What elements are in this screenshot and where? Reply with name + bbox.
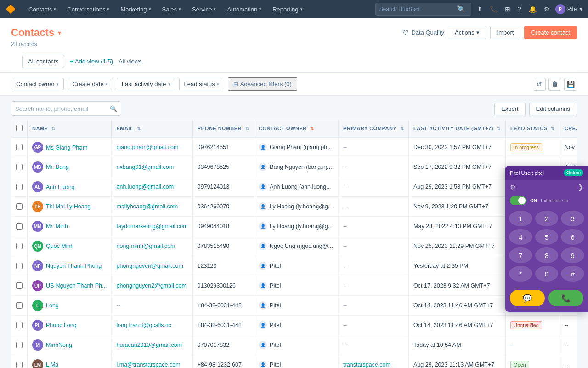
sms-button[interactable]: 💬 (510, 290, 545, 306)
nav-item-sales[interactable]: Sales ▾ (157, 0, 187, 18)
contact-name-link[interactable]: Phuoc Long (46, 322, 77, 328)
select-all-checkbox-header[interactable] (11, 120, 28, 138)
contact-name-link[interactable]: Ms Giang Phạm (46, 144, 88, 151)
dial-key-*[interactable]: * (509, 266, 532, 282)
tab-all-contacts[interactable]: All contacts (22, 55, 64, 68)
contact-name-link[interactable]: Thi Mai Ly Hoang (46, 203, 91, 210)
email-link[interactable]: nxbang91@gmail.com (116, 164, 174, 170)
row-checkbox-cell[interactable] (11, 256, 28, 276)
select-all-checkbox[interactable] (16, 125, 23, 131)
col-header-lead-status[interactable]: LEAD STATUS ⇅ (505, 120, 560, 138)
email-link[interactable]: phongnguyen2@gmail.com (116, 282, 186, 289)
edit-columns-button[interactable]: Edit columns (529, 103, 577, 115)
company-link[interactable]: transtarspace.com (343, 362, 390, 368)
col-header-company[interactable]: PRIMARY COMPANY ⇅ (339, 120, 409, 138)
col-header-owner[interactable]: CONTACT OWNER ⇅ (254, 120, 339, 138)
contact-name-link[interactable]: Long (46, 302, 59, 309)
contact-name-link[interactable]: Nguyen Thanh Phong (46, 263, 102, 269)
email-link[interactable]: phongnguyen@gmail.com (116, 263, 183, 269)
export-button[interactable]: Export (494, 103, 526, 115)
contact-name-link[interactable]: US-Nguyen Thanh Ph... (46, 282, 107, 289)
row-checkbox-cell[interactable] (11, 276, 28, 296)
lead-status-filter[interactable]: Lead status ▾ (179, 78, 224, 90)
contact-name-link[interactable]: Quoc Minh (46, 243, 74, 249)
col-header-name[interactable]: NAME ⇅ (28, 120, 112, 138)
row-checkbox-cell[interactable] (11, 197, 28, 217)
row-checkbox-cell[interactable] (11, 296, 28, 316)
global-search-box[interactable]: 🔍 (375, 3, 471, 16)
email-link[interactable]: taydomarketing@gmail.com (116, 223, 187, 230)
table-search-box[interactable]: 🔍 (11, 101, 121, 116)
row-checkbox[interactable] (16, 322, 23, 328)
col-header-phone[interactable]: PHONE NUMBER ⇅ (192, 120, 254, 138)
row-checkbox-cell[interactable] (11, 137, 28, 157)
row-checkbox-cell[interactable] (11, 335, 28, 355)
last-activity-date-filter[interactable]: Last activity date ▾ (117, 78, 175, 90)
dial-key-7[interactable]: 7 (509, 247, 532, 263)
dial-key-2[interactable]: 2 (535, 211, 559, 226)
nav-item-conversations[interactable]: Conversations ▾ (62, 0, 115, 18)
apps-icon[interactable]: ⊞ (503, 6, 512, 13)
email-link[interactable]: mailyhoang@gmail.com (116, 203, 178, 210)
row-checkbox[interactable] (16, 263, 23, 269)
col-header-create-date[interactable]: CREATE DATE (GMT+ ⇅ (560, 120, 577, 138)
dial-key-3[interactable]: 3 (561, 211, 584, 226)
row-checkbox[interactable] (16, 144, 23, 150)
email-link[interactable]: long.tran.it@gcalls.co (116, 322, 171, 328)
all-views-button[interactable]: All views (119, 58, 142, 65)
row-checkbox[interactable] (16, 223, 23, 230)
row-checkbox-cell[interactable] (11, 316, 28, 335)
email-link[interactable]: huracan2910@gmail.com (116, 342, 182, 348)
search-input[interactable] (379, 6, 453, 12)
row-checkbox[interactable] (16, 164, 23, 170)
nav-item-marketing[interactable]: Marketing ▾ (115, 0, 156, 18)
email-link[interactable]: giang.pham@gmail.com (116, 144, 178, 150)
row-checkbox-cell[interactable] (11, 236, 28, 256)
upgrade-icon[interactable]: ⬆ (475, 6, 484, 13)
row-checkbox-cell[interactable] (11, 177, 28, 197)
row-checkbox-cell[interactable] (11, 157, 28, 177)
dial-key-8[interactable]: 8 (535, 247, 559, 263)
col-header-last-activity[interactable]: LAST ACTIVITY DATE (GMT+7) ⇅ (409, 120, 506, 138)
contact-owner-filter[interactable]: Contact owner ▾ (11, 78, 64, 90)
actions-button[interactable]: Actions ▾ (448, 26, 486, 39)
col-header-email[interactable]: EMAIL ⇅ (112, 120, 192, 138)
row-checkbox[interactable] (16, 362, 23, 368)
nav-item-service[interactable]: Service ▾ (187, 0, 221, 18)
row-checkbox[interactable] (16, 302, 23, 309)
dial-key-4[interactable]: 4 (509, 229, 532, 245)
gear-icon[interactable]: ⚙ (510, 184, 516, 191)
email-link[interactable]: anh.luong@gmail.com (116, 184, 174, 190)
dial-key-6[interactable]: 6 (561, 229, 584, 245)
add-view-button[interactable]: + Add view (1/5) (70, 58, 113, 65)
nav-item-contacts[interactable]: Contacts ▾ (23, 0, 62, 18)
undo-button[interactable]: ↺ (533, 78, 546, 91)
hubspot-logo[interactable]: 🔶 (6, 4, 16, 14)
dial-key-#[interactable]: # (561, 266, 584, 282)
dial-key-1[interactable]: 1 (509, 211, 532, 226)
expand-icon[interactable]: ❯ (577, 183, 583, 191)
contact-name-link[interactable]: Anh Lương (46, 184, 75, 190)
data-quality-button[interactable]: 🛡 Data Quality (402, 29, 444, 36)
notifications-icon[interactable]: 🔔 (527, 6, 538, 13)
advanced-filters-button[interactable]: ⊞ Advanced filters (0) (228, 77, 297, 91)
contact-name-link[interactable]: MinhNong (46, 342, 72, 348)
dial-key-9[interactable]: 9 (561, 247, 584, 263)
row-checkbox[interactable] (16, 184, 23, 190)
dial-key-5[interactable]: 5 (535, 229, 559, 245)
create-contact-button[interactable]: Create contact (524, 26, 577, 39)
email-link[interactable]: nong.minh@gmail.com (116, 243, 175, 249)
contact-name-link[interactable]: Mr. Minh (46, 223, 68, 230)
import-button[interactable]: Import (490, 26, 521, 39)
call-button[interactable]: 📞 (548, 290, 583, 306)
row-checkbox[interactable] (16, 342, 23, 348)
contact-name-link[interactable]: Mr. Bang (46, 164, 69, 170)
phone-icon[interactable]: 📞 (488, 6, 499, 13)
row-checkbox-cell[interactable] (11, 217, 28, 236)
user-menu[interactable]: P Pitel ▾ (555, 4, 582, 14)
nav-item-automation[interactable]: Automation ▾ (221, 0, 267, 18)
settings-icon[interactable]: ⚙ (542, 6, 552, 13)
page-title-dropdown[interactable]: ▾ (58, 29, 61, 36)
save-view-button[interactable]: 💾 (564, 78, 577, 91)
dial-key-0[interactable]: 0 (535, 266, 559, 282)
